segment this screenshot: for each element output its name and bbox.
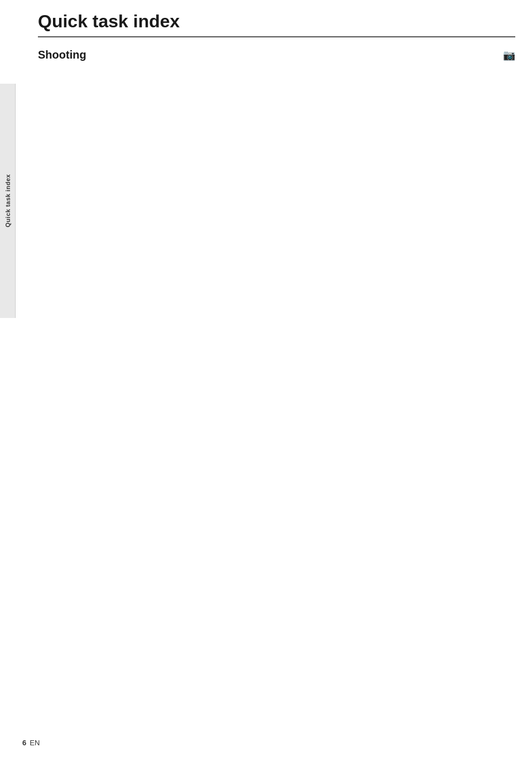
section-header: Shooting 📷 xyxy=(38,49,515,61)
section-icon: 📷 xyxy=(503,49,515,61)
page-number-area: 6 EN xyxy=(22,739,40,747)
main-content: Quick task index Shooting 📷 xyxy=(21,0,532,97)
page-number: 6 xyxy=(22,739,26,747)
page-title: Quick task index xyxy=(38,11,515,37)
sidebar-tab: Quick task index xyxy=(0,84,16,318)
section-title: Shooting xyxy=(38,49,86,61)
sidebar-tab-label: Quick task index xyxy=(4,174,11,227)
page-label: EN xyxy=(30,739,40,747)
